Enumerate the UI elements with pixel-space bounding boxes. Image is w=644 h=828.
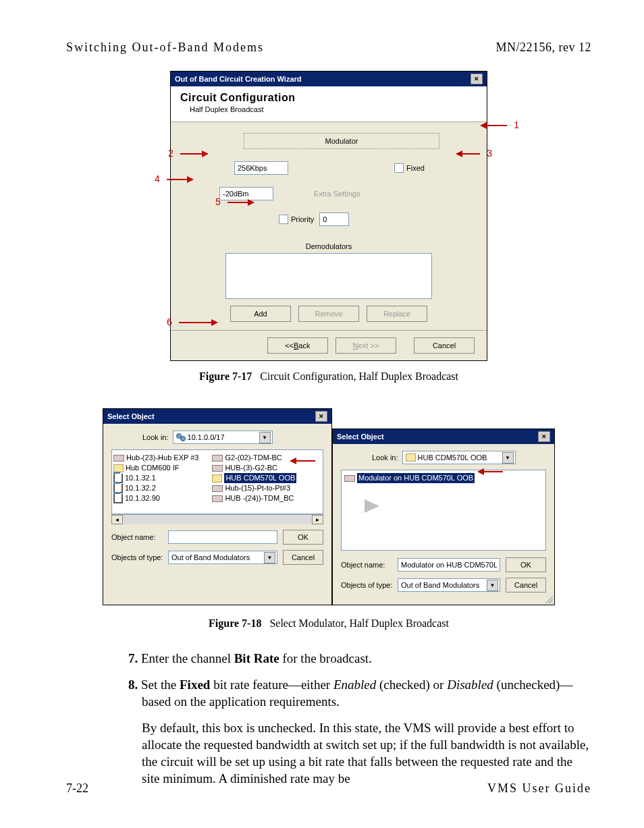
figure-18-caption: Select Modulator, Half Duplex Broadcast bbox=[269, 617, 449, 629]
list-item[interactable]: Hub CDM600 IF bbox=[113, 463, 198, 473]
demodulators-list[interactable] bbox=[225, 253, 432, 299]
close-icon[interactable]: ✕ bbox=[315, 411, 327, 422]
list-item[interactable]: 10.1.32.90 bbox=[113, 493, 198, 503]
horizontal-scrollbar[interactable]: ◄► bbox=[111, 514, 323, 524]
object-name-input[interactable] bbox=[168, 530, 277, 544]
resize-grip-icon[interactable] bbox=[545, 595, 553, 603]
replace-button[interactable]: Replace bbox=[367, 306, 427, 322]
list-item[interactable]: Hub-(15)-Pt-to-Pt#3 bbox=[212, 483, 296, 493]
figure-18-label: Figure 7-18 bbox=[209, 617, 261, 629]
select-right-title: Select Object bbox=[337, 433, 384, 441]
ok-button[interactable]: OK bbox=[283, 530, 323, 545]
priority-checkbox[interactable] bbox=[279, 215, 288, 224]
list-item[interactable]: 10.1.32.2 bbox=[113, 483, 198, 493]
list-item[interactable]: HUB-(3)-G2-BC bbox=[212, 463, 296, 473]
extra-settings-label[interactable]: Extra Settings bbox=[314, 190, 360, 198]
list-item[interactable]: HUB -(24))-TDM_BC bbox=[212, 493, 296, 503]
chevron-down-icon[interactable]: ▼ bbox=[502, 452, 514, 464]
callout-2: 2 bbox=[168, 148, 173, 159]
header-right: MN/22156, rev 12 bbox=[496, 40, 592, 55]
device-icon bbox=[212, 455, 223, 462]
demodulators-label: Demodulators bbox=[191, 242, 466, 250]
wizard-cancel-button[interactable]: Cancel bbox=[414, 337, 475, 354]
device-icon bbox=[212, 465, 223, 472]
cancel-button[interactable]: Cancel bbox=[506, 578, 546, 592]
callout-4: 4 bbox=[155, 173, 160, 184]
add-button[interactable]: Add bbox=[230, 306, 291, 322]
figure-17-caption: Circuit Configuration, Half Duplex Broad… bbox=[260, 370, 458, 382]
list-item[interactable]: G2-(02)-TDM-BC bbox=[212, 453, 296, 463]
fixed-checkbox[interactable] bbox=[394, 163, 404, 173]
lookin-combo[interactable]: 10.1.0.0/17 ▼ bbox=[173, 431, 273, 444]
close-icon[interactable]: ✕ bbox=[538, 431, 550, 442]
wizard-title: Out of Band Circuit Creation Wizard bbox=[175, 75, 302, 83]
select-left-title: Select Object bbox=[107, 412, 155, 420]
back-button[interactable]: << Back bbox=[267, 337, 328, 354]
chevron-down-icon[interactable]: ▼ bbox=[259, 432, 271, 443]
list-item[interactable]: 10.1.32.1 bbox=[113, 473, 198, 483]
step-7-post: for the broadcast. bbox=[279, 651, 372, 665]
lookin-combo[interactable]: HUB CDM570L OOB ▼ bbox=[402, 451, 516, 464]
footer-right: VMS User Guide bbox=[487, 781, 591, 796]
wizard-subheading: Half Duplex Broadcast bbox=[190, 105, 477, 113]
priority-label: Priority bbox=[291, 215, 314, 223]
folder-icon bbox=[212, 474, 222, 482]
bitrate-input[interactable] bbox=[234, 161, 288, 175]
callout-6: 6 bbox=[167, 316, 172, 327]
next-button[interactable]: Next >> bbox=[336, 337, 396, 354]
object-type-combo[interactable]: Out of Band Modulators ▼ bbox=[398, 578, 500, 592]
step-7-number: 7. bbox=[128, 651, 141, 665]
wizard-titlebar: Out of Band Circuit Creation Wizard ✕ bbox=[171, 72, 487, 86]
device-icon bbox=[212, 495, 223, 502]
object-name-label: Object name: bbox=[341, 561, 394, 569]
chevron-down-icon[interactable]: ▼ bbox=[487, 580, 498, 591]
chevron-down-icon[interactable]: ▼ bbox=[264, 552, 275, 563]
select-object-dialog-right: Select Object ✕ Look in: HUB CDM570L OOB… bbox=[332, 429, 555, 605]
arrow-right-icon bbox=[365, 499, 379, 513]
network-icon bbox=[176, 433, 186, 441]
figure-17-label: Figure 7-17 bbox=[199, 370, 252, 382]
list-item[interactable]: Hub-(23)-Hub EXP #3 bbox=[113, 453, 198, 463]
object-type-combo[interactable]: Out of Band Modulators ▼ bbox=[168, 551, 277, 564]
object-type-label: Objects of type: bbox=[341, 581, 394, 589]
lookin-label: Look in: bbox=[142, 433, 169, 441]
ok-button[interactable]: OK bbox=[506, 557, 546, 572]
wizard-heading: Circuit Configuration bbox=[180, 92, 477, 104]
device-icon bbox=[212, 485, 223, 492]
fixed-label: Fixed bbox=[406, 164, 425, 172]
list-item[interactable]: Modulator on HUB CDM570L OOB bbox=[344, 473, 543, 483]
callout-5: 5 bbox=[215, 196, 221, 207]
object-name-label: Object name: bbox=[111, 533, 164, 541]
antenna-icon bbox=[113, 494, 123, 503]
close-icon[interactable]: ✕ bbox=[471, 74, 483, 84]
callout-1: 1 bbox=[514, 119, 519, 130]
step-7-bold: Bit Rate bbox=[234, 651, 279, 665]
step-8-number: 8. bbox=[128, 678, 141, 692]
callout-3: 3 bbox=[487, 148, 492, 159]
page-number: 7-22 bbox=[66, 781, 88, 796]
priority-input[interactable] bbox=[319, 213, 349, 226]
object-type-label: Objects of type: bbox=[111, 553, 164, 561]
cancel-button[interactable]: Cancel bbox=[283, 550, 323, 565]
modulator-icon bbox=[344, 475, 355, 482]
remove-button[interactable]: Remove bbox=[298, 306, 359, 322]
step-7-pre: Enter the channel bbox=[141, 651, 234, 665]
list-item[interactable]: HUB CDM570L OOB bbox=[212, 473, 296, 483]
header-left: Switching Out-of-Band Modems bbox=[66, 40, 264, 55]
folder-icon bbox=[406, 453, 416, 462]
modulator-button[interactable]: Modulator bbox=[244, 133, 439, 149]
circuit-config-wizard: Out of Band Circuit Creation Wizard ✕ Ci… bbox=[170, 71, 487, 361]
device-icon bbox=[113, 455, 124, 462]
step-8-para2: By default, this box is unchecked. In th… bbox=[66, 719, 591, 787]
select-object-dialog-left: Select Object ✕ Look in: 10.1.0.0/17 ▼ H… bbox=[103, 408, 332, 605]
object-name-input[interactable] bbox=[398, 558, 500, 572]
lookin-label: Look in: bbox=[372, 453, 398, 462]
